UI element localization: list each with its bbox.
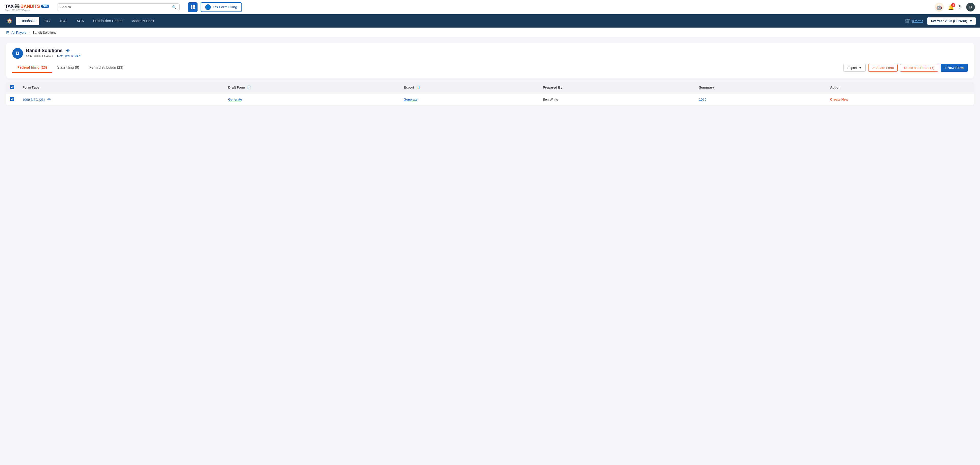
logo-tagline: Your 1099 & W2 Experts — [5, 9, 30, 11]
share-icon: ↗ — [872, 66, 875, 70]
svg-rect-0 — [191, 5, 192, 7]
tax-form-filing-button[interactable]: 🌐 Tax Form Filing — [200, 2, 242, 12]
payer-ref: Ref: QWER12471 — [57, 54, 82, 58]
tab-form-distribution[interactable]: Form distribution (23) — [84, 63, 128, 73]
state-filing-count: (0) — [75, 65, 79, 69]
breadcrumb: ⊞ All Payers > Bandit Solutions — [0, 27, 980, 38]
grid-icon — [190, 5, 195, 10]
search-input[interactable] — [60, 5, 170, 9]
table-header: Form Type Draft Form 📄 Export 📊 Prepared… — [6, 82, 974, 93]
grid-icon-button[interactable] — [188, 2, 197, 12]
header-export: Export 📊 — [400, 82, 539, 93]
table-body: 1099-NEC (23) 👁 Generate Generate Ben Wh… — [6, 93, 974, 106]
payer-info-row: B Bandit Solutions 👁 SSN: XXX-XX-4671 Re… — [12, 48, 968, 59]
new-form-button[interactable]: + New Form — [941, 64, 968, 72]
svg-rect-1 — [193, 5, 195, 7]
chevron-down-icon: ▼ — [969, 19, 973, 23]
form-distribution-count: (23) — [117, 65, 123, 69]
breadcrumb-all-payers-link[interactable]: All Payers — [11, 30, 27, 35]
export-dropdown-icon: ▼ — [859, 66, 862, 70]
tab-federal-filing[interactable]: Federal filing (23) — [12, 63, 52, 73]
svg-rect-3 — [193, 7, 195, 9]
action-create-new[interactable]: Create New — [830, 97, 848, 101]
row-export: Generate — [400, 93, 539, 106]
tab-state-filing[interactable]: State filing (0) — [52, 63, 84, 73]
federal-filing-count: (23) — [41, 65, 47, 69]
pdf-icon: 📄 — [247, 86, 251, 89]
row-summary: 1096 — [695, 93, 826, 106]
notification-badge: 0 — [951, 3, 955, 7]
payer-name: Bandit Solutions 👁 — [26, 48, 968, 53]
nav-item-94x[interactable]: 94x — [40, 17, 54, 25]
actions-row: Export ▼ ↗ Share Form Drafts and Errors … — [843, 64, 968, 72]
search-container: 🔍 — [57, 3, 180, 11]
header-checkbox[interactable] — [10, 85, 14, 89]
navbar: 🏠 1099/W-2 94x 1042 ACA Distribution Cen… — [0, 14, 980, 27]
nav-home-button[interactable]: 🏠 — [4, 17, 15, 25]
header-prepared-by: Prepared By — [539, 82, 695, 93]
nav-item-1042[interactable]: 1042 — [56, 17, 72, 25]
header-summary: Summary — [695, 82, 826, 93]
tax-form-filing-label: Tax Form Filing — [213, 5, 237, 9]
breadcrumb-home-icon: ⊞ — [6, 30, 10, 35]
payer-meta: SSN: XXX-XX-4671 Ref: QWER12471 — [26, 54, 968, 58]
notifications-button[interactable]: 🔔 0 — [948, 4, 954, 10]
cart-area: 🛒 0 forms — [905, 18, 923, 24]
draft-generate-link[interactable]: Generate — [228, 97, 242, 101]
row-visibility-icon[interactable]: 👁 — [47, 97, 51, 102]
tabs: Federal filing (23) State filing (0) For… — [12, 63, 128, 73]
tax-year-selector[interactable]: Tax Year 2023 (Current) ▼ — [927, 18, 976, 25]
row-checkbox[interactable] — [10, 97, 14, 101]
user-avatar[interactable]: B — [966, 3, 975, 11]
share-form-button[interactable]: ↗ Share Form — [868, 64, 898, 72]
row-prepared-by: Ben White — [539, 93, 695, 106]
breadcrumb-separator: > — [29, 30, 30, 35]
payer-visibility-icon[interactable]: 👁 — [66, 49, 70, 53]
drafts-errors-button[interactable]: Drafts and Errors (1) — [900, 64, 938, 72]
logo-area: TAX🦝BANDITS PRO Your 1099 & W2 Experts — [5, 3, 49, 11]
payer-details: Bandit Solutions 👁 SSN: XXX-XX-4671 Ref:… — [26, 48, 968, 58]
globe-icon: 🌐 — [205, 4, 211, 10]
export-generate-link[interactable]: Generate — [404, 97, 417, 101]
breadcrumb-current: Bandit Solutions — [32, 30, 56, 35]
cart-link[interactable]: 0 forms — [912, 19, 923, 23]
cart-icon: 🛒 — [905, 18, 911, 24]
row-checkbox-cell — [6, 93, 18, 106]
tabs-and-actions: Federal filing (23) State filing (0) For… — [12, 63, 968, 73]
payer-ssn: SSN: XXX-XX-4671 — [26, 54, 53, 58]
header-action: Action — [826, 82, 974, 93]
logo-text: TAX🦝BANDITS — [5, 3, 40, 10]
nav-item-1099w2[interactable]: 1099/W-2 — [16, 17, 39, 25]
svg-rect-2 — [191, 7, 192, 9]
topbar-right: 🤖 🔔 0 ⠿ B — [935, 3, 975, 12]
share-form-label: Share Form — [877, 66, 894, 70]
tax-year-label: Tax Year 2023 (Current) — [931, 19, 967, 23]
form-type-link[interactable]: 1099-NEC (23) — [22, 98, 45, 102]
logo-pro-badge: PRO — [41, 5, 49, 8]
main-content: B Bandit Solutions 👁 SSN: XXX-XX-4671 Re… — [0, 38, 980, 465]
robot-avatar: 🤖 — [935, 3, 944, 12]
forms-table: Form Type Draft Form 📄 Export 📊 Prepared… — [6, 82, 974, 106]
excel-icon: 📊 — [416, 86, 420, 89]
nav-item-aca[interactable]: ACA — [73, 17, 88, 25]
topbar: TAX🦝BANDITS PRO Your 1099 & W2 Experts 🔍… — [0, 0, 980, 14]
header-form-type: Form Type — [18, 82, 224, 93]
row-form-type: 1099-NEC (23) 👁 — [18, 93, 224, 106]
export-button[interactable]: Export ▼ — [843, 64, 865, 72]
row-draft-form: Generate — [224, 93, 400, 106]
summary-link[interactable]: 1096 — [699, 97, 706, 101]
drafts-errors-label: Drafts and Errors (1) — [904, 66, 934, 70]
new-form-label: + New Form — [945, 66, 964, 70]
export-label: Export — [847, 66, 857, 70]
header-draft-form: Draft Form 📄 — [224, 82, 400, 93]
header-checkbox-cell — [6, 82, 18, 93]
nav-item-addressbook[interactable]: Address Book — [128, 17, 158, 25]
payer-avatar: B — [12, 48, 23, 59]
search-bar-wrap: 🔍 — [57, 3, 180, 11]
table-row: 1099-NEC (23) 👁 Generate Generate Ben Wh… — [6, 93, 974, 106]
apps-button[interactable]: ⠿ — [958, 4, 962, 10]
row-action: Create New — [826, 93, 974, 106]
payer-header: B Bandit Solutions 👁 SSN: XXX-XX-4671 Re… — [6, 43, 974, 78]
nav-item-distribution[interactable]: Distribution Center — [89, 17, 127, 25]
search-icon: 🔍 — [172, 5, 177, 9]
